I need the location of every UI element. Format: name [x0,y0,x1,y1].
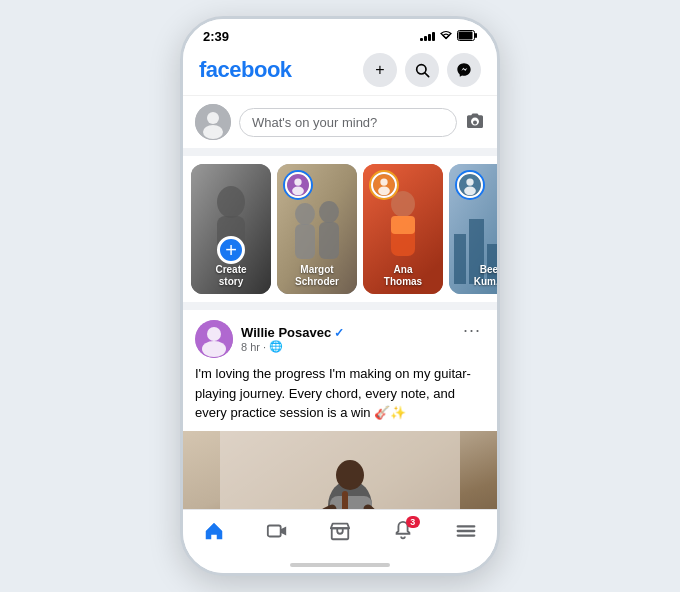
svg-point-34 [464,186,476,195]
svg-line-4 [425,73,429,77]
story-margot-avatar [285,172,311,198]
story-margot-avatar-ring [283,170,313,200]
home-icon [203,520,225,547]
story-bee-avatar-ring [455,170,485,200]
marketplace-icon [329,520,351,547]
verified-badge-icon: ✓ [334,326,344,340]
composer-avatar [195,104,231,140]
post-image [183,431,497,510]
notifications-badge: 3 [406,516,420,528]
signal-bars-icon [420,31,435,41]
nav-item-home[interactable] [191,516,237,551]
nav-item-notifications[interactable]: 3 [380,516,426,551]
post-author: Willie Posavec ✓ 8 hr · 🌐 [195,320,344,358]
svg-point-7 [203,125,223,139]
svg-point-26 [378,186,390,195]
post-avatar [195,320,233,358]
svg-point-6 [207,112,219,124]
feed-scroll[interactable]: What's on your mind? [183,96,497,509]
svg-point-18 [294,178,301,185]
search-icon [414,62,430,78]
story-bee[interactable]: BeeKum... [449,164,497,294]
messenger-button[interactable] [447,53,481,87]
post-card: Willie Posavec ✓ 8 hr · 🌐 ··· I'm loving… [183,310,497,509]
svg-point-33 [466,178,473,185]
app-header: facebook + [183,49,497,96]
post-meta: 8 hr · 🌐 [241,340,344,353]
svg-rect-50 [342,491,348,510]
svg-rect-2 [475,33,477,38]
svg-point-13 [295,203,315,225]
home-indicator [183,559,497,573]
header-actions: + [363,53,481,87]
create-story-label: Createstory [191,264,271,288]
svg-point-15 [319,201,339,223]
svg-point-25 [380,178,387,185]
composer-input[interactable]: What's on your mind? [239,108,457,137]
post-time: 8 hr [241,341,260,353]
post-more-button[interactable]: ··· [459,320,485,341]
status-bar: 2:39 [183,19,497,49]
story-create[interactable]: + Createstory [191,164,271,294]
svg-point-46 [336,460,364,490]
post-author-name: Willie Posavec ✓ [241,325,344,340]
svg-point-10 [217,186,245,218]
post-dot-separator: · [263,341,266,353]
story-margot-label: MargotSchroder [277,264,357,288]
svg-point-8 [473,120,477,124]
wifi-icon [439,30,453,42]
plus-icon: + [375,61,384,79]
search-button[interactable] [405,53,439,87]
status-time: 2:39 [203,29,229,44]
story-ana-avatar-ring [369,170,399,200]
nav-item-video[interactable] [254,516,300,551]
post-author-info: Willie Posavec ✓ 8 hr · 🌐 [241,325,344,353]
composer: What's on your mind? [183,96,497,156]
video-icon [266,520,288,547]
story-margot[interactable]: MargotSchroder [277,164,357,294]
home-bar [290,563,390,567]
svg-rect-16 [319,222,339,259]
post-text: I'm loving the progress I'm making on my… [183,364,497,431]
camera-icon[interactable] [465,112,485,133]
svg-point-36 [207,327,221,341]
post-author-name-text: Willie Posavec [241,325,331,340]
post-guitar-image [183,431,497,510]
post-globe-icon: 🌐 [269,340,283,353]
story-bee-label: BeeKum... [449,264,497,288]
phone-frame: 2:39 [180,16,500,576]
add-button[interactable]: + [363,53,397,87]
menu-icon [455,520,477,547]
create-story-plus-icon: + [217,236,245,264]
user-avatar-icon [195,104,231,140]
svg-point-37 [202,341,226,357]
status-icons [420,27,477,45]
nav-item-menu[interactable] [443,516,489,551]
svg-rect-58 [268,526,281,537]
facebook-logo: facebook [199,57,292,83]
svg-point-19 [292,186,304,195]
story-ana[interactable]: AnaThomas [363,164,443,294]
svg-rect-14 [295,224,315,259]
story-bee-avatar [457,172,483,198]
bottom-nav: 3 [183,509,497,559]
stories-row: + Createstory [183,156,497,310]
post-header: Willie Posavec ✓ 8 hr · 🌐 ··· [183,310,497,364]
battery-icon [457,27,477,45]
svg-rect-23 [391,216,415,234]
story-ana-label: AnaThomas [363,264,443,288]
nav-item-marketplace[interactable] [317,516,363,551]
story-ana-avatar [371,172,397,198]
svg-rect-1 [459,32,473,40]
messenger-icon [456,62,472,78]
